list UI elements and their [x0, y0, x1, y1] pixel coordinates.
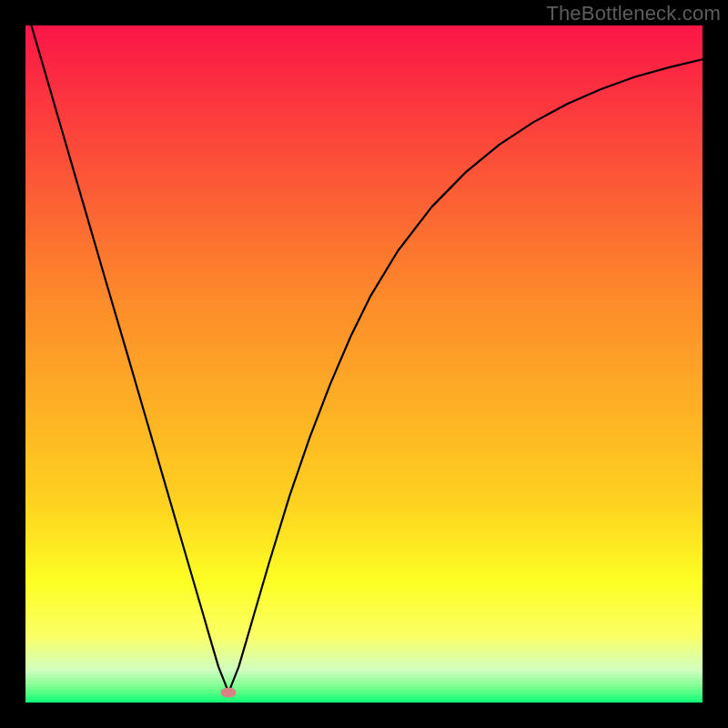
chart-frame: TheBottleneck.com	[0, 0, 728, 728]
watermark-text: TheBottleneck.com	[546, 2, 721, 25]
plot-area	[25, 25, 703, 703]
minimum-marker	[221, 687, 237, 697]
bottleneck-curve	[25, 25, 703, 693]
curve-svg	[25, 25, 703, 703]
